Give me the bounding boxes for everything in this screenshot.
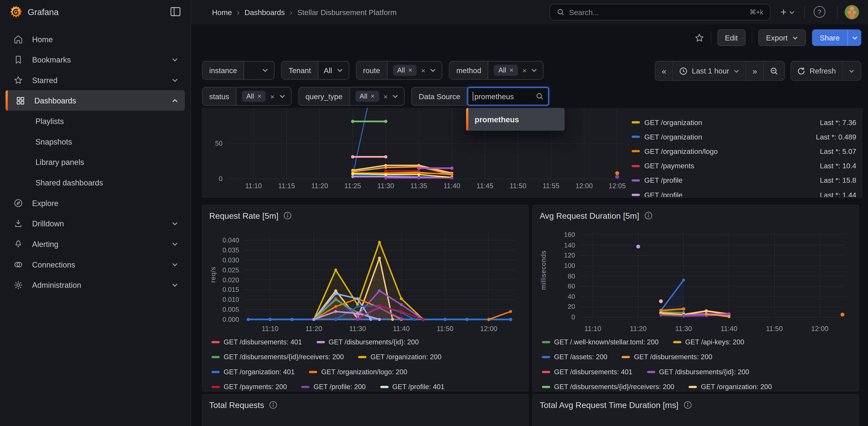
info-icon[interactable] <box>683 401 692 409</box>
chevron-down-icon[interactable] <box>172 240 178 249</box>
refresh-group: Refresh <box>790 61 861 81</box>
legend-item[interactable]: GET /disbursements: 401 <box>542 368 632 376</box>
filter-method[interactable]: methodAll ×× <box>449 61 544 80</box>
legend-item[interactable]: GET /profileLast *: 1.44 <box>631 188 856 197</box>
legend-item[interactable]: GET /payments: 200 <box>212 383 287 391</box>
sidebar-item-administration[interactable]: Administration <box>5 275 185 295</box>
add-new-button[interactable]: + <box>777 4 798 20</box>
legend-item[interactable]: GET /profileLast *: 15.8 <box>631 173 856 188</box>
x-tick-label: 11:40 <box>715 325 743 333</box>
filter-instance[interactable]: instance <box>202 61 275 80</box>
chevron-down-icon[interactable] <box>172 261 178 270</box>
chevron-down-icon[interactable] <box>172 281 178 290</box>
favorite-star-button[interactable] <box>694 32 705 43</box>
legend-item[interactable]: GET /organizationLast *: 0.489 <box>631 130 856 144</box>
refresh-button[interactable]: Refresh <box>791 61 843 80</box>
filter-chip[interactable]: All × <box>355 91 379 102</box>
legend-item[interactable]: GET /disbursements/{id}/receivers: 200 <box>212 353 344 361</box>
sidebar-item-snapshots[interactable]: Snapshots <box>5 131 185 152</box>
legend-item[interactable]: GET /organization: 200 <box>689 383 772 391</box>
x-tick-label: 11:50 <box>431 325 459 333</box>
x-tick-label: 11:55 <box>537 182 565 190</box>
sidebar-item-alerting[interactable]: Alerting <box>5 234 185 254</box>
zoom-out-button[interactable] <box>764 61 784 80</box>
chevron-down-icon[interactable] <box>262 67 269 73</box>
chevron-down-icon[interactable] <box>337 67 343 73</box>
chip-remove-icon[interactable]: × <box>371 92 375 100</box>
legend-item[interactable]: GET /api-keys: 200 <box>673 338 744 346</box>
help-button[interactable]: ? <box>814 6 826 18</box>
chevron-down-icon[interactable] <box>430 67 436 73</box>
chevron-down-icon[interactable] <box>172 76 178 85</box>
share-button[interactable]: Share <box>812 29 847 46</box>
chevron-up-icon[interactable] <box>172 97 178 106</box>
legend-item[interactable]: GET /profile: 401 <box>380 383 444 391</box>
filter-clear-icon[interactable]: × <box>421 66 425 74</box>
sidebar-item-library-panels[interactable]: Library panels <box>5 152 185 172</box>
sidebar-item-shared-dashboards[interactable]: Shared dashboards <box>5 172 185 193</box>
panel-request-rate[interactable]: Request Rate [5m] GET /disbursements: 40… <box>202 205 528 391</box>
legend-item[interactable]: GET /organizationLast *: 7.36 <box>631 115 856 129</box>
sidebar-item-drilldown[interactable]: Drilldown <box>5 213 185 234</box>
legend-item[interactable]: GET /organization: 401 <box>212 368 295 376</box>
filter-chip[interactable]: All × <box>393 65 417 76</box>
refresh-interval-button[interactable] <box>842 61 861 80</box>
breadcrumb-dashboards[interactable]: Dashboards <box>245 8 285 16</box>
chevron-down-icon[interactable] <box>172 56 178 65</box>
sidebar-item-starred[interactable]: Starred <box>5 70 185 90</box>
time-range-picker[interactable]: Last 1 hour <box>673 61 746 80</box>
chevron-down-icon[interactable] <box>279 93 285 100</box>
legend-item[interactable]: GET /organization/logo: 200 <box>309 368 407 376</box>
legend-item[interactable]: GET /profile: 200 <box>301 383 366 391</box>
info-icon[interactable] <box>269 401 277 409</box>
breadcrumb-home[interactable]: Home <box>212 8 232 16</box>
legend-item[interactable]: GET /disbursements/{id}/receivers: 200 <box>542 383 674 391</box>
time-shift-back-button[interactable]: « <box>656 61 673 80</box>
sidebar-item-explore[interactable]: Explore <box>5 193 185 213</box>
datasource-option-prometheus[interactable]: prometheus <box>466 108 564 130</box>
sidebar-item-home[interactable]: Home <box>5 29 185 50</box>
legend-item[interactable]: GET /organization/logoLast *: 5.07 <box>631 144 856 158</box>
filter-status[interactable]: statusAll ×× <box>202 87 291 106</box>
panel-total-requests[interactable]: Total Requests <box>202 394 528 426</box>
panel-total-avg-duration[interactable]: Total Avg Request Time Duration [ms] <box>532 394 859 426</box>
legend-item[interactable]: GET /assets: 200 <box>542 353 607 361</box>
panel-avg-duration[interactable]: Avg Request Duration [5m] GET /.well-kno… <box>532 205 859 391</box>
legend-item[interactable]: GET /disbursements/{id}: 200 <box>316 338 419 346</box>
datasource-input[interactable]: prometheus <box>467 87 549 106</box>
chevron-down-icon[interactable] <box>531 67 538 73</box>
legend-item[interactable]: GET /.well-known/stellar.toml: 200 <box>542 338 658 346</box>
chip-remove-icon[interactable]: × <box>509 66 514 74</box>
legend-item[interactable]: GET /paymentsLast *: 10.4 <box>631 159 856 173</box>
filter-label: instance <box>203 61 244 79</box>
chevron-down-icon[interactable] <box>172 220 178 229</box>
sidebar-item-connections[interactable]: Connections <box>5 254 185 275</box>
legend-item[interactable]: GET /disbursements/{id}: 200 <box>647 368 749 376</box>
chevron-down-icon[interactable] <box>392 93 399 100</box>
legend-item[interactable]: GET /disbursements: 200 <box>622 353 712 361</box>
filter-tenant[interactable]: TenantAll <box>281 61 349 80</box>
chip-remove-icon[interactable]: × <box>257 92 261 100</box>
search-input[interactable]: Search... ⌘+k <box>550 4 771 20</box>
edit-button[interactable]: Edit <box>717 29 745 46</box>
filter-clear-icon[interactable]: × <box>522 66 527 74</box>
filter-clear-icon[interactable]: × <box>270 92 274 100</box>
filter-clear-icon[interactable]: × <box>383 92 388 100</box>
filter-route[interactable]: routeAll ×× <box>356 61 442 80</box>
grafana-logo-icon[interactable] <box>9 5 23 20</box>
chip-remove-icon[interactable]: × <box>408 66 412 74</box>
sidebar-item-dashboards[interactable]: Dashboards <box>5 90 185 111</box>
dashboard-actions: Edit Export Share <box>694 29 862 46</box>
time-shift-forward-button[interactable]: » <box>746 61 764 80</box>
filter-query-type[interactable]: query_typeAll ×× <box>298 87 405 106</box>
filter-chip[interactable]: All × <box>242 91 266 102</box>
filter-chip[interactable]: All × <box>494 65 518 76</box>
share-menu-button[interactable] <box>847 29 861 46</box>
sidebar-item-playlists[interactable]: Playlists <box>5 111 185 131</box>
export-button[interactable]: Export <box>758 29 806 46</box>
sidebar-item-bookmarks[interactable]: Bookmarks <box>5 49 185 70</box>
sidebar-toggle-button[interactable] <box>169 6 181 18</box>
legend-item[interactable]: GET /organization: 200 <box>358 353 442 361</box>
user-avatar[interactable] <box>845 5 859 20</box>
legend-item[interactable]: GET /disbursements: 401 <box>212 338 302 346</box>
